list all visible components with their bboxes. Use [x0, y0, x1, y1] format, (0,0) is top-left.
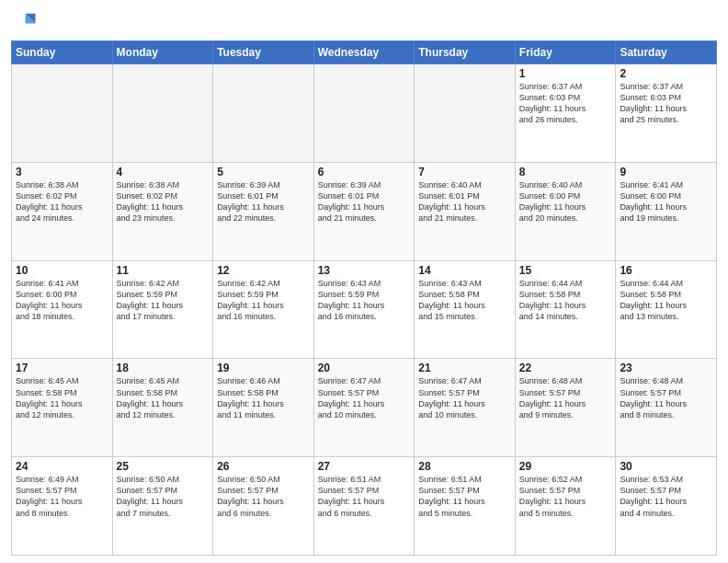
- day-number: 1: [519, 67, 612, 80]
- weekday-header-monday: Monday: [112, 41, 213, 64]
- calendar-cell: 13Sunrise: 6:43 AM Sunset: 5:59 PM Dayli…: [313, 260, 415, 359]
- day-number: 11: [117, 264, 210, 277]
- day-info: Sunrise: 6:50 AM Sunset: 5:57 PM Dayligh…: [217, 474, 310, 519]
- day-number: 22: [519, 362, 612, 374]
- calendar-cell: 5Sunrise: 6:39 AM Sunset: 6:01 PM Daylig…: [213, 162, 314, 260]
- calendar-cell: 29Sunrise: 6:52 AM Sunset: 5:57 PM Dayli…: [515, 457, 616, 556]
- day-info: Sunrise: 6:52 AM Sunset: 5:57 PM Dayligh…: [519, 474, 612, 519]
- calendar-cell: 25Sunrise: 6:50 AM Sunset: 5:57 PM Dayli…: [112, 457, 213, 556]
- weekday-header-sunday: Sunday: [12, 41, 113, 64]
- day-number: 25: [117, 460, 210, 473]
- day-number: 10: [16, 264, 108, 277]
- day-number: 30: [620, 460, 712, 473]
- day-info: Sunrise: 6:45 AM Sunset: 5:58 PM Dayligh…: [16, 375, 108, 420]
- page: SundayMondayTuesdayWednesdayThursdayFrid…: [0, 0, 728, 563]
- day-number: 2: [620, 67, 712, 80]
- day-info: Sunrise: 6:43 AM Sunset: 5:59 PM Dayligh…: [318, 278, 411, 323]
- calendar-cell: 8Sunrise: 6:40 AM Sunset: 6:00 PM Daylig…: [515, 162, 616, 260]
- calendar-cell: 6Sunrise: 6:39 AM Sunset: 6:01 PM Daylig…: [313, 162, 415, 260]
- calendar-cell: 30Sunrise: 6:53 AM Sunset: 5:57 PM Dayli…: [616, 457, 717, 556]
- calendar-cell: 9Sunrise: 6:41 AM Sunset: 6:00 PM Daylig…: [616, 162, 717, 260]
- day-info: Sunrise: 6:47 AM Sunset: 5:57 PM Dayligh…: [318, 375, 411, 420]
- day-info: Sunrise: 6:44 AM Sunset: 5:58 PM Dayligh…: [620, 278, 712, 323]
- calendar-cell: 18Sunrise: 6:45 AM Sunset: 5:58 PM Dayli…: [112, 359, 213, 457]
- calendar-cell: [213, 64, 314, 163]
- day-number: 16: [620, 264, 712, 277]
- calendar-cell: 22Sunrise: 6:48 AM Sunset: 5:57 PM Dayli…: [515, 359, 616, 457]
- calendar-week-5: 24Sunrise: 6:49 AM Sunset: 5:57 PM Dayli…: [12, 457, 717, 556]
- calendar-cell: 11Sunrise: 6:42 AM Sunset: 5:59 PM Dayli…: [112, 260, 213, 359]
- calendar-cell: 26Sunrise: 6:50 AM Sunset: 5:57 PM Dayli…: [213, 457, 314, 556]
- day-info: Sunrise: 6:48 AM Sunset: 5:57 PM Dayligh…: [620, 375, 712, 420]
- day-number: 28: [418, 460, 511, 473]
- day-number: 26: [217, 460, 310, 473]
- day-info: Sunrise: 6:38 AM Sunset: 6:02 PM Dayligh…: [16, 179, 108, 224]
- logo-icon: [11, 9, 37, 35]
- calendar-cell: 2Sunrise: 6:37 AM Sunset: 6:03 PM Daylig…: [616, 64, 717, 163]
- day-number: 24: [16, 460, 108, 473]
- day-info: Sunrise: 6:42 AM Sunset: 5:59 PM Dayligh…: [117, 278, 210, 323]
- calendar-cell: [313, 64, 415, 163]
- day-number: 9: [620, 166, 712, 178]
- day-number: 21: [418, 362, 511, 374]
- day-number: 23: [620, 362, 712, 374]
- calendar-cell: 19Sunrise: 6:46 AM Sunset: 5:58 PM Dayli…: [213, 359, 314, 457]
- day-number: 17: [16, 362, 108, 374]
- calendar-week-2: 3Sunrise: 6:38 AM Sunset: 6:02 PM Daylig…: [12, 162, 717, 260]
- day-number: 27: [318, 460, 411, 473]
- calendar-cell: 27Sunrise: 6:51 AM Sunset: 5:57 PM Dayli…: [313, 457, 415, 556]
- calendar-cell: [12, 64, 113, 163]
- day-number: 13: [318, 264, 411, 277]
- calendar-cell: 10Sunrise: 6:41 AM Sunset: 6:00 PM Dayli…: [12, 260, 113, 359]
- calendar-week-4: 17Sunrise: 6:45 AM Sunset: 5:58 PM Dayli…: [12, 359, 717, 457]
- day-info: Sunrise: 6:37 AM Sunset: 6:03 PM Dayligh…: [620, 81, 712, 126]
- day-info: Sunrise: 6:43 AM Sunset: 5:58 PM Dayligh…: [418, 278, 511, 323]
- day-info: Sunrise: 6:37 AM Sunset: 6:03 PM Dayligh…: [519, 81, 612, 126]
- day-number: 29: [519, 460, 612, 473]
- day-info: Sunrise: 6:53 AM Sunset: 5:57 PM Dayligh…: [620, 474, 712, 519]
- day-info: Sunrise: 6:50 AM Sunset: 5:57 PM Dayligh…: [117, 474, 210, 519]
- calendar-cell: 4Sunrise: 6:38 AM Sunset: 6:02 PM Daylig…: [112, 162, 213, 260]
- calendar-cell: 28Sunrise: 6:51 AM Sunset: 5:57 PM Dayli…: [415, 457, 516, 556]
- day-number: 7: [418, 166, 511, 178]
- day-number: 18: [117, 362, 210, 374]
- calendar-cell: 3Sunrise: 6:38 AM Sunset: 6:02 PM Daylig…: [12, 162, 113, 260]
- header: [11, 9, 717, 35]
- day-number: 5: [217, 166, 310, 178]
- day-number: 20: [318, 362, 411, 374]
- calendar-cell: 17Sunrise: 6:45 AM Sunset: 5:58 PM Dayli…: [12, 359, 113, 457]
- calendar-cell: 7Sunrise: 6:40 AM Sunset: 6:01 PM Daylig…: [415, 162, 516, 260]
- day-number: 15: [519, 264, 612, 277]
- calendar-week-3: 10Sunrise: 6:41 AM Sunset: 6:00 PM Dayli…: [12, 260, 717, 359]
- day-info: Sunrise: 6:47 AM Sunset: 5:57 PM Dayligh…: [418, 375, 511, 420]
- calendar-cell: 20Sunrise: 6:47 AM Sunset: 5:57 PM Dayli…: [313, 359, 415, 457]
- day-info: Sunrise: 6:39 AM Sunset: 6:01 PM Dayligh…: [318, 179, 411, 224]
- day-number: 6: [318, 166, 411, 178]
- day-number: 14: [418, 264, 511, 277]
- calendar-cell: [415, 64, 516, 163]
- day-info: Sunrise: 6:40 AM Sunset: 6:00 PM Dayligh…: [519, 179, 612, 224]
- calendar-cell: 12Sunrise: 6:42 AM Sunset: 5:59 PM Dayli…: [213, 260, 314, 359]
- logo: [11, 9, 39, 35]
- day-info: Sunrise: 6:41 AM Sunset: 6:00 PM Dayligh…: [620, 179, 712, 224]
- calendar-cell: 14Sunrise: 6:43 AM Sunset: 5:58 PM Dayli…: [415, 260, 516, 359]
- calendar-cell: 24Sunrise: 6:49 AM Sunset: 5:57 PM Dayli…: [12, 457, 113, 556]
- day-info: Sunrise: 6:38 AM Sunset: 6:02 PM Dayligh…: [117, 179, 210, 224]
- day-info: Sunrise: 6:40 AM Sunset: 6:01 PM Dayligh…: [418, 179, 511, 224]
- day-info: Sunrise: 6:41 AM Sunset: 6:00 PM Dayligh…: [16, 278, 108, 323]
- calendar-table: SundayMondayTuesdayWednesdayThursdayFrid…: [11, 40, 717, 556]
- calendar-cell: 1Sunrise: 6:37 AM Sunset: 6:03 PM Daylig…: [515, 64, 616, 163]
- day-info: Sunrise: 6:51 AM Sunset: 5:57 PM Dayligh…: [418, 474, 511, 519]
- calendar-cell: 15Sunrise: 6:44 AM Sunset: 5:58 PM Dayli…: [515, 260, 616, 359]
- day-info: Sunrise: 6:42 AM Sunset: 5:59 PM Dayligh…: [217, 278, 310, 323]
- day-number: 12: [217, 264, 310, 277]
- calendar-week-1: 1Sunrise: 6:37 AM Sunset: 6:03 PM Daylig…: [12, 64, 717, 163]
- weekday-header-friday: Friday: [515, 41, 616, 64]
- calendar-cell: [112, 64, 213, 163]
- weekday-header-wednesday: Wednesday: [313, 41, 415, 64]
- day-info: Sunrise: 6:45 AM Sunset: 5:58 PM Dayligh…: [117, 375, 210, 420]
- calendar-cell: 23Sunrise: 6:48 AM Sunset: 5:57 PM Dayli…: [616, 359, 717, 457]
- day-info: Sunrise: 6:48 AM Sunset: 5:57 PM Dayligh…: [519, 375, 612, 420]
- day-number: 4: [117, 166, 210, 178]
- weekday-header-row: SundayMondayTuesdayWednesdayThursdayFrid…: [12, 41, 717, 64]
